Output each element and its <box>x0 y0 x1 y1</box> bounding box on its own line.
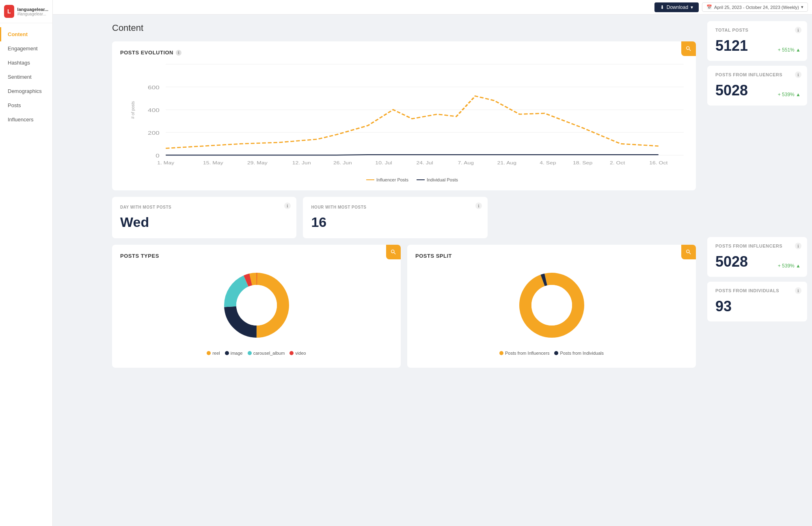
date-chevron-icon: ▾ <box>801 4 803 10</box>
page-title: Content <box>112 23 696 33</box>
posts-influencers-top-card: POSTS FROM INFLUENCERS ℹ 5028 + 539% ▲ <box>707 66 807 106</box>
legend-individuals-split: Posts from Individuals <box>554 351 604 356</box>
topbar: ⬇ Download ▾ 📅 April 25, 2023 - October … <box>53 0 812 15</box>
posts-evolution-search-icon[interactable] <box>681 41 696 56</box>
posts-split-card: POSTS SPLIT Posts from <box>407 245 696 368</box>
right-sidebar: TOTAL POSTS ℹ 5121 + 551% ▲ POSTS FROM I… <box>702 15 812 526</box>
svg-point-26 <box>236 285 277 326</box>
svg-text:15. May: 15. May <box>203 161 224 166</box>
y-axis-label: # of posts <box>131 101 135 119</box>
posts-evolution-card: POSTS EVOLUTION ℹ # of posts <box>112 41 696 190</box>
svg-text:10. Jul: 10. Jul <box>375 161 392 166</box>
posts-types-donut: reel image carousel_album video <box>120 261 393 360</box>
sidebar-item-sentiment[interactable]: Sentiment <box>0 70 52 84</box>
posts-split-donut-svg <box>511 265 592 346</box>
sidebar: L languagelear... #languagelear... Conte… <box>0 0 53 526</box>
hour-most-posts-title: HOUR WITH MOST POSTS <box>311 205 479 209</box>
posts-types-donut-svg <box>216 265 297 346</box>
svg-text:1. May: 1. May <box>157 161 175 166</box>
svg-text:29. May: 29. May <box>247 161 268 166</box>
sidebar-logo: L languagelear... #languagelear... <box>0 0 52 23</box>
sidebar-item-influencers[interactable]: Influencers <box>0 112 52 127</box>
day-most-posts-value: Wed <box>120 214 288 230</box>
logo-icon: L <box>4 5 14 18</box>
main-content: Content POSTS EVOLUTION ℹ # of posts <box>106 15 702 526</box>
posts-split-search-icon[interactable] <box>681 245 696 259</box>
posts-influencers-top-info-icon[interactable]: ℹ <box>795 71 801 78</box>
posts-evolution-chart: # of posts 0 200 400 600 <box>140 60 684 173</box>
svg-text:18. Sep: 18. Sep <box>573 161 592 166</box>
svg-text:26. Jun: 26. Jun <box>333 161 352 166</box>
day-most-posts-card: DAY WITH MOST POSTS ℹ Wed <box>112 197 296 238</box>
date-range-text: April 25, 2023 - October 24, 2023 (Weekl… <box>714 5 799 10</box>
svg-text:0: 0 <box>155 153 160 158</box>
legend-item-individual: Individual Posts <box>417 177 458 182</box>
posts-individuals-title: POSTS FROM INDIVIDUALS <box>715 288 799 293</box>
sidebar-item-content[interactable]: Content <box>0 27 52 41</box>
posts-evolution-title: POSTS EVOLUTION ℹ <box>120 50 688 56</box>
day-info-icon[interactable]: ℹ <box>284 203 291 209</box>
sidebar-item-posts[interactable]: Posts <box>0 98 52 112</box>
logo-text: languagelear... #languagelear... <box>17 7 48 16</box>
svg-text:21. Aug: 21. Aug <box>497 161 516 166</box>
posts-influencers-bottom-change: + 539% ▲ <box>778 263 801 269</box>
posts-individuals-value: 93 <box>715 298 799 315</box>
total-posts-card: TOTAL POSTS ℹ 5121 + 551% ▲ <box>707 21 807 61</box>
posts-individuals-info-icon[interactable]: ℹ <box>795 287 801 294</box>
posts-evolution-info-icon[interactable]: ℹ <box>176 50 181 56</box>
calendar-icon: 📅 <box>706 4 712 10</box>
posts-split-legend: Posts from Influencers Posts from Indivi… <box>499 351 604 356</box>
posts-individuals-card: POSTS FROM INDIVIDUALS ℹ 93 <box>707 282 807 321</box>
bottom-row: POSTS TYPES <box>112 245 696 368</box>
posts-types-title: POSTS TYPES <box>120 253 393 259</box>
hour-most-posts-value: 16 <box>311 214 479 230</box>
svg-text:12. Jun: 12. Jun <box>292 161 311 166</box>
posts-influencers-top-change: + 539% ▲ <box>778 92 801 97</box>
posts-influencers-bottom-card: POSTS FROM INFLUENCERS ℹ 5028 + 539% ▲ <box>707 237 807 277</box>
svg-text:200: 200 <box>148 130 160 136</box>
small-cards-row: DAY WITH MOST POSTS ℹ Wed HOUR WITH MOST… <box>112 197 696 238</box>
sidebar-item-demographics[interactable]: Demographics <box>0 84 52 98</box>
total-posts-change: + 551% ▲ <box>778 47 801 53</box>
posts-influencers-bottom-title: POSTS FROM INFLUENCERS <box>715 244 799 248</box>
svg-text:2. Oct: 2. Oct <box>610 161 625 166</box>
svg-text:24. Jul: 24. Jul <box>417 161 433 166</box>
chart-legend: Influencer Posts Individual Posts <box>140 177 684 182</box>
posts-types-card: POSTS TYPES <box>112 245 401 368</box>
legend-influencers-split: Posts from Influencers <box>499 351 549 356</box>
legend-reel: reel <box>207 351 220 356</box>
svg-point-29 <box>531 285 572 326</box>
download-label: Download <box>667 4 688 10</box>
svg-text:400: 400 <box>148 108 160 113</box>
legend-video: video <box>289 351 306 356</box>
day-most-posts-title: DAY WITH MOST POSTS <box>120 205 288 209</box>
posts-split-donut: Posts from Influencers Posts from Indivi… <box>415 261 688 360</box>
posts-influencers-bottom-info-icon[interactable]: ℹ <box>795 243 801 249</box>
legend-image: image <box>225 351 243 356</box>
logo-name: languagelear... <box>17 7 48 12</box>
total-posts-info-icon[interactable]: ℹ <box>795 27 801 33</box>
legend-individual-label: Individual Posts <box>427 177 458 182</box>
posts-types-legend: reel image carousel_album video <box>207 351 306 356</box>
posts-types-search-icon[interactable] <box>386 245 401 259</box>
download-chevron: ▾ <box>691 4 693 10</box>
date-filter[interactable]: 📅 April 25, 2023 - October 24, 2023 (Wee… <box>702 2 808 12</box>
legend-influencer-label: Influencer Posts <box>376 177 408 182</box>
nav-items: ContentEngagementHashtagsSentimentDemogr… <box>0 23 52 131</box>
posts-influencers-top-title: POSTS FROM INFLUENCERS <box>715 72 799 77</box>
logo-handle: #languagelear... <box>17 12 48 16</box>
legend-item-influencer: Influencer Posts <box>366 177 408 182</box>
svg-text:7. Aug: 7. Aug <box>458 161 474 166</box>
posts-split-title: POSTS SPLIT <box>415 253 688 259</box>
total-posts-title: TOTAL POSTS <box>715 28 799 32</box>
svg-text:4. Sep: 4. Sep <box>540 161 556 166</box>
download-button[interactable]: ⬇ Download ▾ <box>654 2 699 12</box>
svg-text:600: 600 <box>148 85 160 90</box>
hour-most-posts-card: HOUR WITH MOST POSTS ℹ 16 <box>303 197 487 238</box>
sidebar-item-hashtags[interactable]: Hashtags <box>0 56 52 70</box>
hour-info-icon[interactable]: ℹ <box>475 203 482 209</box>
svg-text:16. Oct: 16. Oct <box>649 161 668 166</box>
download-icon: ⬇ <box>660 4 664 10</box>
legend-carousel: carousel_album <box>248 351 285 356</box>
sidebar-item-engagement[interactable]: Engagement <box>0 41 52 56</box>
